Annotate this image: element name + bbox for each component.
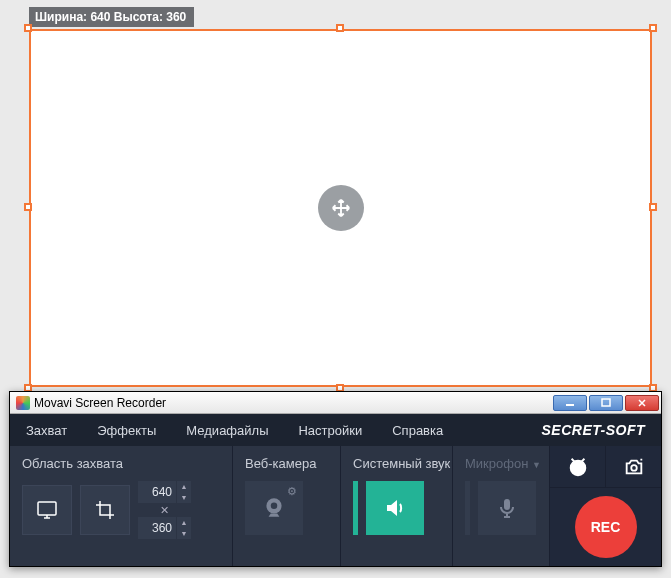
move-icon (330, 197, 352, 219)
resize-handle-l[interactable] (24, 203, 32, 211)
minimize-button[interactable] (553, 395, 587, 411)
menu-settings[interactable]: Настройки (298, 423, 362, 438)
chevron-down-icon: ▼ (177, 528, 191, 539)
chevron-down-icon: ▼ (177, 492, 191, 503)
microphone-slider[interactable] (465, 481, 470, 535)
svg-point-4 (271, 503, 278, 510)
panel-record: REC (550, 446, 661, 566)
record-label: REC (591, 519, 621, 535)
resize-handle-tl[interactable] (24, 24, 32, 32)
webcam-icon (261, 495, 287, 521)
close-button[interactable] (625, 395, 659, 411)
microphone-label: Микрофон ▼ (465, 456, 537, 471)
svg-rect-0 (566, 404, 574, 406)
chevron-up-icon: ▲ (177, 517, 191, 528)
fullscreen-button[interactable] (22, 485, 72, 535)
maximize-button[interactable] (589, 395, 623, 411)
recorder-window: Movavi Screen Recorder Захват Эффекты Ме… (9, 391, 662, 567)
panel-microphone: Микрофон ▼ (453, 446, 550, 566)
resize-handle-t[interactable] (336, 24, 344, 32)
times-icon: ✕ (160, 505, 169, 515)
webcam-toggle-button[interactable]: ⚙ (245, 481, 303, 535)
camera-icon (623, 456, 645, 478)
system-audio-toggle-button[interactable] (366, 481, 424, 535)
microphone-toggle-button[interactable] (478, 481, 536, 535)
menu-capture[interactable]: Захват (26, 423, 67, 438)
chevron-down-icon[interactable]: ▼ (532, 460, 541, 470)
titlebar[interactable]: Movavi Screen Recorder (10, 392, 661, 414)
height-input[interactable]: 360 (138, 517, 176, 539)
gear-icon[interactable]: ⚙ (287, 485, 299, 497)
schedule-button[interactable] (550, 446, 606, 487)
capture-area-label: Область захвата (22, 456, 220, 471)
speaker-icon (383, 496, 407, 520)
menu-help[interactable]: Справка (392, 423, 443, 438)
brand-label: SECRET-SOFT (541, 422, 645, 438)
minimize-icon (564, 399, 576, 407)
panel-webcam: Веб-камера ⚙ (233, 446, 341, 566)
crop-icon (93, 498, 117, 522)
width-input[interactable]: 640 (138, 481, 176, 503)
resize-handle-r[interactable] (649, 203, 657, 211)
record-button[interactable]: REC (575, 496, 637, 558)
height-spinner[interactable]: ▲▼ (177, 517, 191, 539)
app-icon (16, 396, 30, 410)
svg-rect-1 (602, 399, 610, 406)
close-icon (636, 398, 648, 408)
dimension-inputs: 640 ▲▼ ✕ 360 ▲▼ (138, 481, 191, 539)
resize-handle-tr[interactable] (649, 24, 657, 32)
alarm-icon (567, 456, 589, 478)
monitor-icon (35, 498, 59, 522)
panel-system-audio: Системный звук (341, 446, 453, 566)
webcam-label: Веб-камера (245, 456, 328, 471)
menubar: Захват Эффекты Медиафайлы Настройки Спра… (10, 414, 661, 446)
panels-row: Область захвата 640 ▲▼ ✕ 360 ▲▼ (10, 446, 661, 566)
panel-capture-area: Область захвата 640 ▲▼ ✕ 360 ▲▼ (10, 446, 233, 566)
menu-media[interactable]: Медиафайлы (186, 423, 268, 438)
move-capture-button[interactable] (318, 185, 364, 231)
chevron-up-icon: ▲ (177, 481, 191, 492)
width-spinner[interactable]: ▲▼ (177, 481, 191, 503)
svg-rect-5 (504, 499, 510, 510)
system-audio-slider[interactable] (353, 481, 358, 535)
crop-button[interactable] (80, 485, 130, 535)
system-audio-label: Системный звук (353, 456, 440, 471)
microphone-icon (495, 496, 519, 520)
svg-rect-2 (38, 502, 56, 515)
menu-effects[interactable]: Эффекты (97, 423, 156, 438)
window-title: Movavi Screen Recorder (34, 396, 553, 410)
dimension-badge: Ширина: 640 Высота: 360 (29, 7, 194, 27)
svg-point-7 (631, 465, 637, 471)
maximize-icon (600, 398, 612, 408)
capture-region[interactable]: Ширина: 640 Высота: 360 (29, 29, 652, 387)
screenshot-button[interactable] (606, 446, 661, 487)
